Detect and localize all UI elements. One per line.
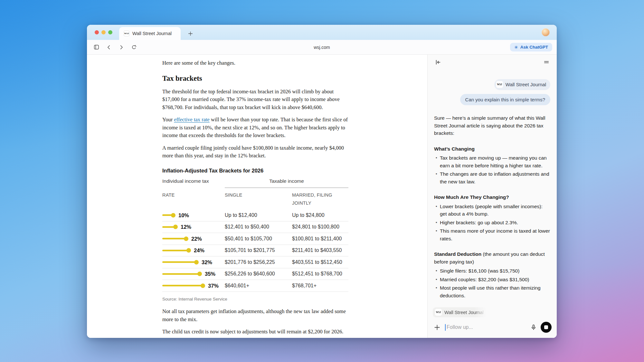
navigation-bar: wsj.com ✳ Ask ChatGPT <box>87 40 557 55</box>
chat-composer: WSJ Wall Street Journal <box>428 299 557 338</box>
tax-brackets-table: Inflation-Adjusted Tax Brackets for 2026… <box>162 167 348 303</box>
text-caret <box>445 324 446 331</box>
source-chip[interactable]: WSJ Wall Street Journal <box>494 79 550 90</box>
window-controls <box>95 30 112 34</box>
minimize-window-button[interactable] <box>101 30 106 34</box>
article-paragraph: A married couple filing jointly could ha… <box>162 144 348 160</box>
browser-window: WSJ Wall Street Journal <box>87 25 557 338</box>
microphone-icon[interactable] <box>529 323 538 332</box>
rate-bar <box>162 214 173 216</box>
reply-section: How Much Are They Changing? Lower bracke… <box>434 193 550 242</box>
bullet-item: Single filers: $16,100 (was $15,750) <box>434 267 550 275</box>
section-title: What’s Changing <box>434 145 550 153</box>
article-heading-tax-brackets: Tax brackets <box>162 74 348 83</box>
reload-icon[interactable] <box>129 42 139 52</box>
article-paragraph: Your effective tax rate will be lower th… <box>162 116 348 140</box>
section-title: How Much Are They Changing? <box>434 193 550 201</box>
wsj-logo-icon: WSJ <box>496 81 503 88</box>
article-paragraph: Not all tax parameters get inflation adj… <box>162 308 348 323</box>
table-row: 12% $12,401 to $50,400 $24,801 to $100,8… <box>162 221 348 233</box>
reply-section: What’s Changing Tax brackets are moving … <box>434 145 550 186</box>
openai-logo-icon: ✳ <box>514 45 518 50</box>
table-row: 32% $201,776 to $256,225 $403,551 to $51… <box>162 256 348 268</box>
sidebar-toggle-icon[interactable] <box>91 42 101 52</box>
address-url[interactable]: wsj.com <box>314 45 330 50</box>
voice-mode-button[interactable] <box>541 322 552 333</box>
effective-tax-rate-link[interactable]: effective tax rate <box>174 116 210 123</box>
table-row: 24% $105,701 to $201,775 $211,401 to $40… <box>162 245 348 257</box>
bullet-item: This means more of your income is taxed … <box>434 227 550 242</box>
bullet-item: The changes are due to inflation adjustm… <box>434 170 550 185</box>
table-group-left: Individual income tax <box>162 177 225 188</box>
rate-bar <box>162 285 203 286</box>
article-page: Here are some of the key changes. Tax br… <box>87 55 427 338</box>
table-title: Inflation-Adjusted Tax Brackets for 2026 <box>162 167 348 174</box>
rate-bar <box>162 226 175 228</box>
follow-up-input[interactable] <box>447 324 529 330</box>
reply-section: Standard Deduction (the amount you can d… <box>434 250 550 299</box>
zoom-window-button[interactable] <box>108 30 112 34</box>
bullet-item: Higher brackets: go up about 2.3%. <box>434 219 550 227</box>
source-chip-label: Wall Street Journal <box>506 81 546 88</box>
chatgpt-sidebar: WSJ Wall Street Journal Can you explain … <box>427 55 557 338</box>
new-tab-button[interactable] <box>187 30 194 37</box>
table-row: 35% $256,226 to $640,600 $512,451 to $76… <box>162 268 348 280</box>
bullet-item: Lower brackets (people with smaller inco… <box>434 203 550 218</box>
tab-wall-street-journal[interactable]: WSJ Wall Street Journal <box>119 27 181 40</box>
rate-bar <box>162 273 200 275</box>
table-source: Source: Internal Revenue Service <box>162 295 348 303</box>
back-icon[interactable] <box>104 42 114 52</box>
forward-icon[interactable] <box>117 42 126 52</box>
ask-chatgpt-button[interactable]: ✳ Ask ChatGPT <box>510 43 552 51</box>
col-header-single: SINGLE <box>225 191 292 207</box>
collapse-sidebar-icon[interactable] <box>434 58 442 66</box>
table-row: 37% $640,601+ $768,701+ <box>162 280 348 292</box>
ask-chatgpt-label: Ask ChatGPT <box>520 45 548 50</box>
attach-plus-icon[interactable] <box>433 323 441 331</box>
sidebar-menu-icon[interactable] <box>542 58 551 66</box>
rate-bar <box>162 250 189 251</box>
bullet-item: Tax brackets are moving up — meaning you… <box>434 154 550 169</box>
rate-bar <box>162 261 196 263</box>
assistant-intro: Sure — here’s a simple summary of what t… <box>434 114 550 137</box>
article-paragraph: The child tax credit is now subject to a… <box>162 328 348 336</box>
user-message-bubble: Can you explain this in simple terms? <box>460 94 550 106</box>
rate-bar <box>162 238 186 239</box>
stop-icon <box>544 325 548 329</box>
context-chip[interactable]: WSJ Wall Street Journal <box>433 307 487 317</box>
chat-thread: WSJ Wall Street Journal Can you explain … <box>428 70 557 324</box>
table-group-right: Taxable income <box>225 177 348 188</box>
bullet-item: Married couples: $32,200 (was $31,500) <box>434 276 550 283</box>
article-paragraph: The threshold for the top federal income… <box>162 88 348 112</box>
col-header-married: MARRIED, FILING JOINTLY <box>292 191 348 207</box>
article-intro: Here are some of the key changes. <box>162 59 348 67</box>
bullet-item: Most people will use this rather than it… <box>434 284 550 299</box>
table-row: 22% $50,401 to $105,700 $100,801 to $211… <box>162 233 348 245</box>
wsj-favicon-icon: WSJ <box>124 31 129 36</box>
table-row: 10% Up to $12,400 Up to $24,800 <box>162 209 348 221</box>
col-header-rate: RATE <box>162 191 225 207</box>
wsj-logo-icon: WSJ <box>435 309 442 316</box>
close-window-button[interactable] <box>95 30 99 34</box>
context-chip-label: Wall Street Journal <box>444 310 484 315</box>
tab-title: Wall Street Journal <box>132 31 172 36</box>
tab-bar: WSJ Wall Street Journal <box>87 25 557 40</box>
section-title-line: Standard Deduction (the amount you can d… <box>434 250 550 265</box>
profile-avatar[interactable] <box>542 28 550 36</box>
